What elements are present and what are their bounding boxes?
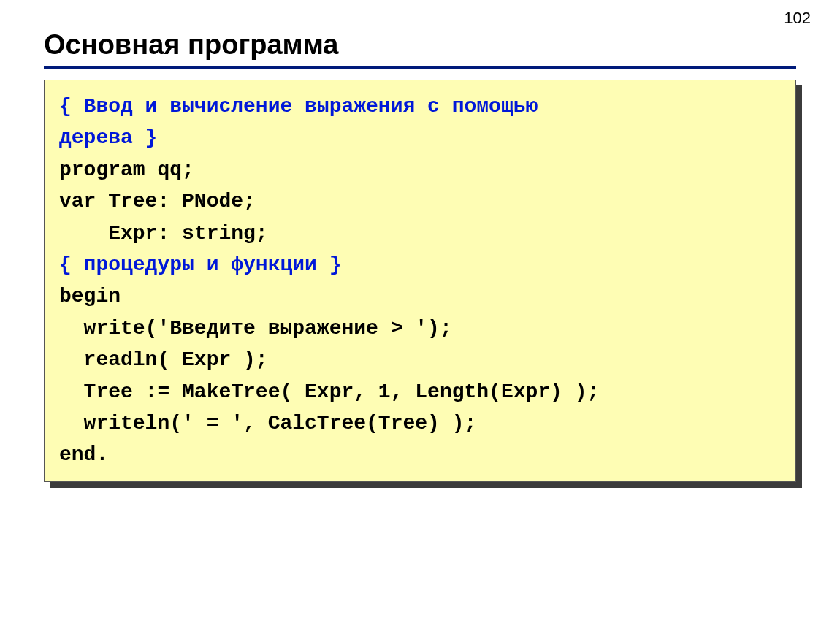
- code-container: { Ввод и вычисление выражения с помощью …: [44, 80, 796, 482]
- code-line: writeln(' = ', CalcTree(Tree) );: [59, 412, 476, 435]
- code-line: var Tree: PNode;: [59, 190, 256, 213]
- code-line: program qq;: [59, 158, 194, 181]
- slide-title: Основная программа: [44, 29, 796, 61]
- code-line: Tree := MakeTree( Expr, 1, Length(Expr) …: [59, 380, 599, 403]
- code-comment: дерева }: [59, 126, 157, 149]
- code-line: end.: [59, 443, 108, 466]
- code-line: begin: [59, 285, 121, 307]
- code-block: { Ввод и вычисление выражения с помощью …: [44, 80, 796, 482]
- code-line: readln( Expr );: [59, 348, 268, 371]
- page-number: 102: [784, 9, 811, 28]
- title-divider: [44, 66, 796, 69]
- code-comment: { Ввод и вычисление выражения с помощью: [59, 95, 538, 118]
- code-line: Expr: string;: [59, 222, 268, 245]
- slide-content: Основная программа { Ввод и вычисление в…: [0, 0, 840, 482]
- code-line: write('Введите выражение > ');: [59, 317, 452, 340]
- code-comment: { процедуры и функции }: [59, 253, 341, 276]
